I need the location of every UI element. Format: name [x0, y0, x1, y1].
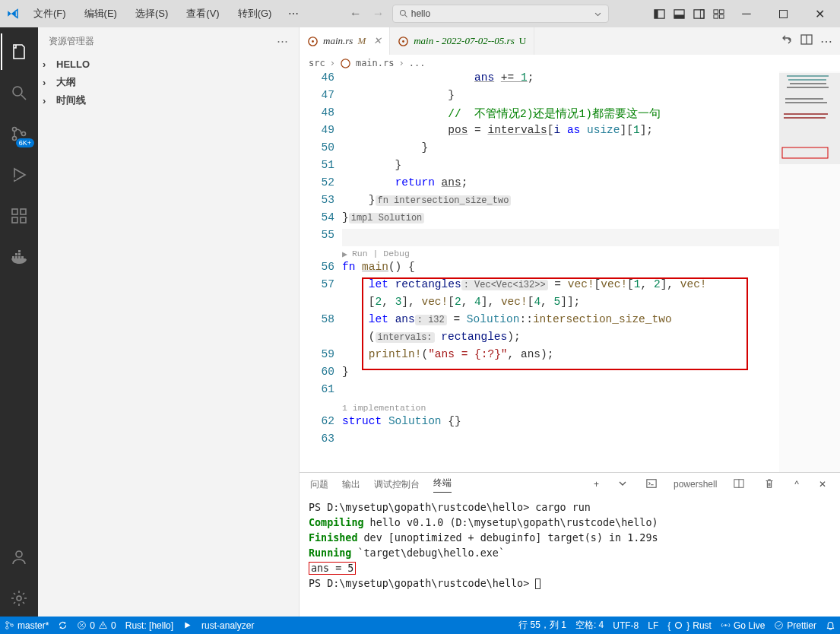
errors-status[interactable]: 0 0 [77, 620, 116, 631]
layout-panel-icon[interactable] [670, 5, 688, 23]
section-outline[interactable]: ›大纲 [38, 73, 299, 91]
settings-icon[interactable] [1, 580, 37, 617]
codelens-run-debug[interactable]: Run | Debug [352, 249, 410, 258]
docker-icon[interactable] [1, 239, 37, 275]
tab-main-rs[interactable]: main.rs M ✕ [300, 27, 390, 55]
panel-tab-output[interactable]: 输出 [342, 478, 360, 491]
line-numbers: 46 47 48 49 50 51 52 53 54 55 56 57 58 5… [300, 71, 342, 472]
svg-rect-6 [693, 9, 703, 17]
account-icon[interactable] [1, 539, 37, 575]
eol-status[interactable]: LF [648, 620, 658, 631]
code-editor[interactable]: 46 47 48 49 50 51 52 53 54 55 56 57 58 5… [300, 71, 840, 472]
editor-area: main.rs M ✕ main - 2022-07-02--05.rs U ⋯… [300, 27, 840, 617]
svg-rect-40 [782, 147, 828, 158]
svg-point-24 [17, 596, 21, 601]
svg-rect-20 [12, 217, 17, 223]
panel-tab-problems[interactable]: 问题 [310, 478, 328, 491]
terminal-dropdown-icon[interactable] [616, 479, 629, 490]
panel-tab-debug[interactable]: 调试控制台 [374, 478, 420, 491]
codelens-impl[interactable]: 1 implementation [342, 403, 426, 413]
layout-secondary-icon[interactable] [689, 5, 708, 23]
layout-primary-icon[interactable] [650, 5, 668, 23]
status-bar: master* 0 0 Rust: [hello] rust-analyzer … [0, 617, 840, 634]
rust-project-status[interactable]: Rust: [hello] [125, 620, 173, 631]
svg-point-23 [16, 551, 22, 557]
maximize-icon[interactable] [766, 2, 800, 25]
editor-tabs: main.rs M ✕ main - 2022-07-02--05.rs U ⋯ [300, 27, 840, 55]
svg-rect-10 [713, 14, 718, 18]
nav-forward-icon: → [369, 5, 388, 23]
compare-icon[interactable] [781, 33, 793, 49]
panel: 问题 输出 调试控制台 终端 + powershell ^ ✕ PS D:\my… [300, 472, 840, 617]
minimap[interactable] [779, 71, 840, 472]
titlebar: 文件(F) 编辑(E) 选择(S) 查看(V) 转到(G) ⋯ ← → hell… [0, 0, 840, 27]
minimize-icon[interactable]: ─ [729, 2, 764, 25]
svg-rect-41 [647, 479, 656, 487]
menu-more-icon[interactable]: ⋯ [282, 5, 305, 23]
run-debug-icon[interactable] [1, 157, 37, 193]
vscode-logo-icon [3, 7, 23, 21]
code-content[interactable]: ans += 1; } // 不管情况2)还是情况1)都需要这一句 pos = … [342, 71, 840, 472]
kill-terminal-icon[interactable] [761, 478, 778, 491]
search-tab-icon[interactable] [1, 74, 37, 111]
menu-goto[interactable]: 转到(G) [230, 4, 280, 24]
svg-rect-19 [12, 209, 17, 214]
panel-tab-terminal[interactable]: 终端 [433, 477, 452, 493]
highlight-box-main [362, 277, 748, 370]
svg-rect-34 [790, 83, 826, 84]
menu-edit[interactable]: 编辑(E) [77, 4, 125, 24]
activity-bar: 6K+ [0, 27, 38, 617]
panel-close-icon[interactable]: ✕ [816, 479, 829, 490]
rust-analyzer-play-icon[interactable] [182, 620, 192, 630]
explorer-icon[interactable] [1, 33, 37, 70]
cursor-position[interactable]: 行 55，列 1 [518, 619, 566, 632]
menu-file[interactable]: 文件(F) [26, 4, 74, 24]
terminal-content[interactable]: PS D:\mysetup\gopath\rustcode\hello> car… [300, 496, 840, 617]
svg-rect-12 [779, 10, 787, 17]
section-hello[interactable]: ›HELLO [38, 55, 299, 73]
branch-status[interactable]: master* [5, 620, 49, 631]
tab-more-icon[interactable]: ⋯ [820, 34, 832, 49]
breadcrumb[interactable]: src › main.rs › ... [300, 55, 840, 71]
layout-customize-icon[interactable] [709, 5, 727, 23]
command-center[interactable]: hello [392, 5, 609, 23]
split-editor-icon[interactable] [800, 33, 813, 49]
sidebar-more-icon[interactable]: ⋯ [277, 34, 288, 48]
rust-analyzer-status[interactable]: rust-analyzer [201, 620, 254, 631]
svg-point-16 [13, 137, 17, 141]
tab-main-backup[interactable]: main - 2022-07-02--05.rs U [390, 27, 534, 55]
chevron-down-icon [594, 10, 602, 18]
menu-select[interactable]: 选择(S) [128, 4, 176, 24]
new-terminal-icon[interactable]: + [591, 479, 602, 490]
indent-status[interactable]: 空格: 4 [575, 619, 604, 632]
svg-point-13 [13, 87, 22, 96]
close-icon[interactable]: ✕ [802, 2, 837, 25]
svg-point-28 [402, 40, 404, 43]
svg-point-15 [13, 128, 17, 132]
svg-point-26 [312, 40, 314, 43]
menu-view[interactable]: 查看(V) [179, 4, 227, 24]
go-live-status[interactable]: Go Live [721, 620, 765, 631]
panel-maximize-icon[interactable]: ^ [791, 479, 802, 490]
highlight-box-output: ans = 5 [309, 562, 356, 575]
terminal-shell-icon[interactable] [643, 478, 660, 491]
encoding-status[interactable]: UTF-8 [613, 620, 639, 631]
svg-rect-8 [713, 9, 718, 13]
language-status[interactable]: {} Rust [667, 620, 712, 631]
svg-rect-9 [719, 9, 724, 13]
sync-status[interactable] [58, 620, 68, 630]
source-control-icon[interactable]: 6K+ [1, 116, 37, 152]
svg-rect-36 [785, 98, 823, 100]
extensions-icon[interactable] [1, 198, 37, 234]
prettier-status[interactable]: Prettier [774, 620, 816, 631]
svg-point-52 [724, 624, 726, 626]
svg-point-51 [676, 623, 682, 629]
section-timeline[interactable]: ›时间线 [38, 91, 299, 109]
rust-file-icon [307, 36, 319, 47]
notifications-icon[interactable] [826, 620, 835, 630]
split-terminal-icon[interactable] [731, 478, 747, 491]
tab-close-icon[interactable]: ✕ [373, 35, 382, 47]
svg-rect-39 [784, 117, 826, 119]
svg-point-17 [22, 132, 26, 136]
nav-back-icon[interactable]: ← [347, 5, 365, 23]
